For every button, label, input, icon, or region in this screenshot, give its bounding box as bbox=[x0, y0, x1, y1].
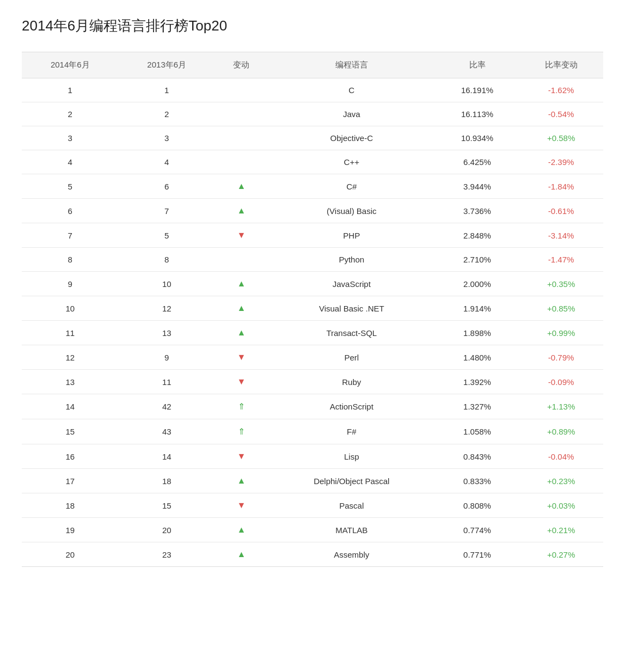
cell-rank2013: 2 bbox=[118, 102, 215, 126]
cell-rank2014: 4 bbox=[22, 150, 118, 174]
cell-rate: 6.425% bbox=[436, 150, 519, 174]
cell-rate-delta: +1.13% bbox=[519, 394, 603, 419]
cell-rate-delta: -1.47% bbox=[519, 248, 603, 272]
cell-rank2014: 19 bbox=[22, 518, 118, 542]
cell-language: (Visual) Basic bbox=[268, 199, 436, 223]
table-row: 67▲(Visual) Basic3.736%-0.61% bbox=[22, 199, 603, 223]
cell-rank2013: 42 bbox=[118, 394, 215, 419]
cell-rank2014: 11 bbox=[22, 321, 118, 345]
cell-language: C# bbox=[268, 174, 436, 199]
cell-rate-delta: +0.23% bbox=[519, 469, 603, 493]
cell-rank2013: 3 bbox=[118, 126, 215, 150]
header-rate: 比率 bbox=[436, 52, 519, 78]
cell-change: ▲ bbox=[215, 542, 268, 567]
cell-change: ▲ bbox=[215, 199, 268, 223]
table-row: 1442⇑ActionScript1.327%+1.13% bbox=[22, 394, 603, 419]
cell-rate-delta: +0.99% bbox=[519, 321, 603, 345]
table-row: 129▼Perl1.480%-0.79% bbox=[22, 345, 603, 370]
cell-rank2013: 13 bbox=[118, 321, 215, 345]
cell-rate: 2.000% bbox=[436, 272, 519, 296]
cell-rank2014: 12 bbox=[22, 345, 118, 370]
table-row: 910▲JavaScript2.000%+0.35% bbox=[22, 272, 603, 296]
table-row: 1543⇑F#1.058%+0.89% bbox=[22, 419, 603, 444]
cell-rank2013: 7 bbox=[118, 199, 215, 223]
cell-rank2014: 6 bbox=[22, 199, 118, 223]
cell-language: Lisp bbox=[268, 444, 436, 469]
cell-change: ▼ bbox=[215, 370, 268, 394]
table-row: 44C++6.425%-2.39% bbox=[22, 150, 603, 174]
arrow-down-icon: ▼ bbox=[237, 230, 246, 240]
cell-change: ▲ bbox=[215, 518, 268, 542]
cell-rate: 1.058% bbox=[436, 419, 519, 444]
header-change: 变动 bbox=[215, 52, 268, 78]
header-rank2014: 2014年6月 bbox=[22, 52, 118, 78]
cell-language: Visual Basic .NET bbox=[268, 296, 436, 321]
cell-rate-delta: -0.09% bbox=[519, 370, 603, 394]
cell-rate-delta: +0.27% bbox=[519, 542, 603, 567]
cell-rank2013: 6 bbox=[118, 174, 215, 199]
header-rate-delta: 比率变动 bbox=[519, 52, 603, 78]
cell-rank2014: 15 bbox=[22, 419, 118, 444]
arrow-up-icon: ▲ bbox=[237, 181, 246, 191]
cell-rate: 16.191% bbox=[436, 78, 519, 102]
cell-rate-delta: -0.79% bbox=[519, 345, 603, 370]
cell-language: Pascal bbox=[268, 493, 436, 518]
cell-rate-delta: -0.61% bbox=[519, 199, 603, 223]
header-rank2013: 2013年6月 bbox=[118, 52, 215, 78]
cell-rank2013: 18 bbox=[118, 469, 215, 493]
cell-rate: 2.848% bbox=[436, 223, 519, 248]
cell-language: Transact-SQL bbox=[268, 321, 436, 345]
cell-rate: 3.736% bbox=[436, 199, 519, 223]
cell-rank2014: 9 bbox=[22, 272, 118, 296]
cell-change: ▲ bbox=[215, 272, 268, 296]
cell-rank2013: 10 bbox=[118, 272, 215, 296]
cell-rank2014: 14 bbox=[22, 394, 118, 419]
cell-rate: 0.808% bbox=[436, 493, 519, 518]
cell-rank2013: 4 bbox=[118, 150, 215, 174]
arrow-up-icon: ▲ bbox=[237, 476, 246, 485]
cell-change: ▲ bbox=[215, 296, 268, 321]
table-row: 56▲C#3.944%-1.84% bbox=[22, 174, 603, 199]
cell-rank2014: 10 bbox=[22, 296, 118, 321]
cell-rate-delta: -1.84% bbox=[519, 174, 603, 199]
cell-rate: 1.898% bbox=[436, 321, 519, 345]
cell-rate-delta: -0.54% bbox=[519, 102, 603, 126]
cell-change: ▼ bbox=[215, 493, 268, 518]
cell-language: C++ bbox=[268, 150, 436, 174]
cell-rate: 1.392% bbox=[436, 370, 519, 394]
table-row: 75▼PHP2.848%-3.14% bbox=[22, 223, 603, 248]
cell-rate: 1.327% bbox=[436, 394, 519, 419]
cell-rank2014: 3 bbox=[22, 126, 118, 150]
cell-rank2013: 15 bbox=[118, 493, 215, 518]
cell-rank2013: 20 bbox=[118, 518, 215, 542]
arrow-up-icon: ▲ bbox=[237, 525, 246, 534]
cell-language: Ruby bbox=[268, 370, 436, 394]
ranking-table: 2014年6月 2013年6月 变动 编程语言 比率 比率变动 11C16.19… bbox=[22, 52, 603, 567]
cell-rate-delta: +0.35% bbox=[519, 272, 603, 296]
cell-change: ▲ bbox=[215, 321, 268, 345]
cell-rank2014: 16 bbox=[22, 444, 118, 469]
cell-rank2013: 12 bbox=[118, 296, 215, 321]
cell-language: PHP bbox=[268, 223, 436, 248]
table-row: 88Python2.710%-1.47% bbox=[22, 248, 603, 272]
cell-rank2014: 7 bbox=[22, 223, 118, 248]
arrow-up-double-icon: ⇑ bbox=[238, 427, 245, 436]
cell-language: F# bbox=[268, 419, 436, 444]
header-language: 编程语言 bbox=[268, 52, 436, 78]
arrow-down-icon: ▼ bbox=[237, 500, 246, 510]
cell-change: ▼ bbox=[215, 223, 268, 248]
cell-change: ▲ bbox=[215, 469, 268, 493]
table-row: 1815▼Pascal0.808%+0.03% bbox=[22, 493, 603, 518]
table-row: 2023▲Assembly0.771%+0.27% bbox=[22, 542, 603, 567]
cell-rate-delta: -2.39% bbox=[519, 150, 603, 174]
arrow-up-icon: ▲ bbox=[237, 279, 246, 288]
arrow-down-icon: ▼ bbox=[237, 377, 246, 386]
table-row: 22Java16.113%-0.54% bbox=[22, 102, 603, 126]
cell-change: ▼ bbox=[215, 444, 268, 469]
cell-rate: 0.833% bbox=[436, 469, 519, 493]
cell-rate: 10.934% bbox=[436, 126, 519, 150]
arrow-up-icon: ▲ bbox=[237, 328, 246, 337]
table-row: 1718▲Delphi/Object Pascal0.833%+0.23% bbox=[22, 469, 603, 493]
arrow-up-icon: ▲ bbox=[237, 206, 246, 215]
cell-change: ▼ bbox=[215, 345, 268, 370]
